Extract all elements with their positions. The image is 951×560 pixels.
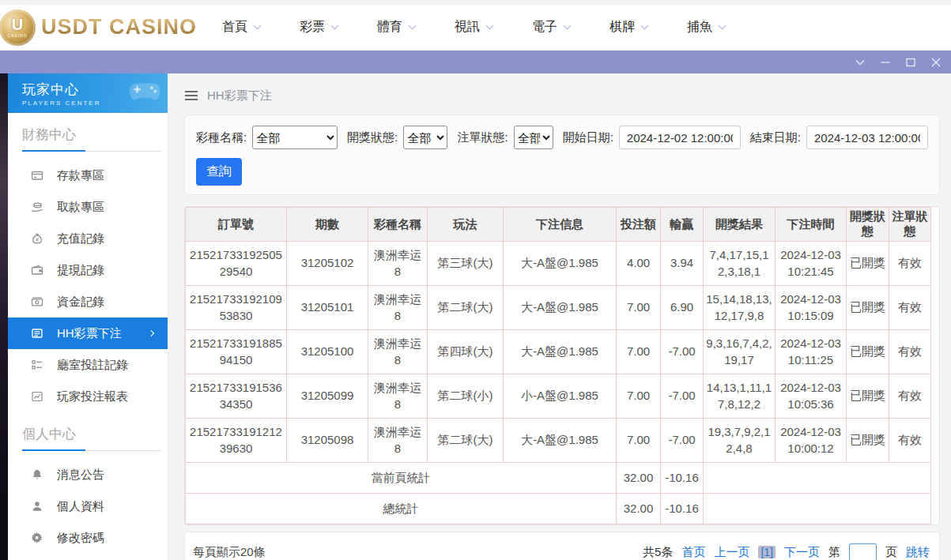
table-cell: -7.00 <box>661 330 704 374</box>
coin-logo-icon: U CASINO <box>0 9 36 46</box>
current-page[interactable]: [1] <box>758 546 776 558</box>
table-cell: 31205102 <box>287 242 368 286</box>
table-cell: 澳洲幸运8 <box>368 286 428 330</box>
window-close-icon[interactable] <box>929 55 943 70</box>
chevron-down-icon <box>719 22 726 30</box>
window-titlebar <box>0 51 951 73</box>
nav-item-lottery[interactable]: 彩票 <box>300 19 338 36</box>
nav-item-label: 彩票 <box>300 19 325 36</box>
sidebar-item-player-bet-report[interactable]: 玩家投注報表 <box>8 381 168 412</box>
lottery-name-select[interactable]: 全部 <box>252 126 338 149</box>
sidebar-item-deposit-zone[interactable]: 存款專區 <box>8 160 168 191</box>
nav-item-home[interactable]: 首頁 <box>222 19 260 36</box>
page-size-text: 每頁顯示20條 <box>193 545 266 560</box>
table-cell: 已開獎 <box>847 286 889 330</box>
chevron-down-icon <box>486 22 494 30</box>
sidebar-item-fund-records[interactable]: 資金記錄 <box>8 286 168 318</box>
sidebar-item-label: 消息公告 <box>57 468 104 483</box>
table-cell: 有效 <box>889 419 931 463</box>
app-window: U CASINO USDT CASINO 首頁彩票體育視訊電子棋牌捕魚 玩家中心… <box>0 0 951 560</box>
column-header: 訂單號 <box>186 208 287 242</box>
table-row: 215217331925052954031205102澳洲幸运8第三球(大)大-… <box>186 242 931 286</box>
sidebar-subtitle: PLAYERS CENTER <box>22 100 100 107</box>
order-status-select[interactable]: 全部 <box>514 126 553 149</box>
column-header: 彩種名稱 <box>368 208 428 242</box>
table-cell: 7.00 <box>617 419 661 463</box>
main-panel: HH彩票下注 彩種名稱: 全部 開獎狀態: 全部 注單狀態: 全部 <box>168 73 951 560</box>
start-date-input[interactable] <box>619 126 741 149</box>
sidebar: 玩家中心 PLAYERS CENTER 財務中心存款專區取款專區¥充值記錄提現記… <box>8 73 168 560</box>
prev-page-link[interactable]: 上一页 <box>714 545 749 560</box>
sidebar-item-announcements[interactable]: 消息公告 <box>8 459 168 490</box>
main-nav: 首頁彩票體育視訊電子棋牌捕魚 <box>222 19 725 36</box>
search-button[interactable]: 查詢 <box>196 158 242 186</box>
table-cell: 7,4,17,15,12,3,18,1 <box>704 242 776 286</box>
bets-table-panel: 訂單號期數彩種名稱玩法下注信息投注額輸贏開獎結果下注時間開獎狀態注單狀態 215… <box>184 206 940 525</box>
summary-bet: 32.00 <box>617 494 661 524</box>
table-cell: 大-A盤@1.985 <box>504 419 617 463</box>
table-cell: 31205098 <box>287 419 368 463</box>
table-cell: 2024-12-03 10:15:09 <box>776 286 847 330</box>
nav-item-fishing[interactable]: 捕魚 <box>687 19 725 36</box>
user-icon <box>31 500 43 513</box>
site-logo[interactable]: U CASINO USDT CASINO <box>2 9 197 46</box>
column-header: 輸贏 <box>661 208 704 242</box>
table-cell: 7.00 <box>617 286 661 330</box>
jump-button[interactable]: 跳转 <box>906 545 930 560</box>
end-date-input[interactable] <box>806 126 928 149</box>
table-cell: 澳洲幸运8 <box>368 374 428 419</box>
sidebar-item-withdraw-zone[interactable]: 取款專區 <box>8 191 168 223</box>
nav-item-sports[interactable]: 體育 <box>377 19 415 36</box>
column-header: 下注信息 <box>504 208 617 242</box>
summary-label: 當前頁統計 <box>186 463 617 494</box>
sidebar-item-label: 資金記錄 <box>57 295 104 310</box>
top-navbar: U CASINO USDT CASINO 首頁彩票體育視訊電子棋牌捕魚 <box>0 5 951 51</box>
summary-winloss: -10.16 <box>661 494 704 524</box>
column-header: 玩法 <box>428 208 504 242</box>
table-cell: 已開獎 <box>847 330 889 374</box>
window-maximize-icon[interactable] <box>904 55 918 70</box>
coin-sub-text: CASINO <box>7 33 27 38</box>
draw-status-select[interactable]: 全部 <box>403 126 447 149</box>
table-cell: 19,3,7,9,2,12,4,8 <box>704 419 776 463</box>
table-cell: 已開獎 <box>847 242 889 286</box>
sidebar-item-hh-lottery-bets[interactable]: HH彩票下注 <box>8 318 168 349</box>
sidebar-item-recharge-records[interactable]: ¥充值記錄 <box>8 223 168 254</box>
column-header: 開獎結果 <box>704 208 776 242</box>
table-row: 215217331918859415031205100澳洲幸运8第四球(大)大-… <box>186 330 931 374</box>
logo-text: USDT CASINO <box>41 15 197 39</box>
sidebar-item-label: 廳室投註記錄 <box>57 358 128 373</box>
table-cell: -7.00 <box>661 419 704 463</box>
first-page-link[interactable]: 首页 <box>681 545 705 560</box>
nav-item-live-video[interactable]: 視訊 <box>455 19 492 36</box>
menu-icon[interactable] <box>184 90 198 101</box>
sidebar-item-withdrawal-records[interactable]: 提現記錄 <box>8 254 168 286</box>
table-cell: 第四球(大) <box>428 330 504 374</box>
table-cell: 6.90 <box>661 286 704 330</box>
table-cell: 2024-12-03 10:00:12 <box>776 419 847 463</box>
table-cell: 第二球(大) <box>428 286 504 330</box>
summary-row: 總統計32.00-10.16 <box>186 494 931 524</box>
section-underline <box>22 450 161 451</box>
content-area: 玩家中心 PLAYERS CENTER 財務中心存款專區取款專區¥充值記錄提現記… <box>0 73 951 560</box>
column-header: 投注額 <box>617 208 661 242</box>
table-cell: 7.00 <box>617 374 661 419</box>
nav-item-electronic[interactable]: 電子 <box>532 19 570 36</box>
window-minimize-icon[interactable] <box>878 55 893 70</box>
report-chart-icon <box>31 390 43 403</box>
end-date-label: 結束日期: <box>750 130 801 145</box>
window-chevron-down-icon[interactable] <box>853 55 867 70</box>
next-page-link[interactable]: 下一页 <box>784 545 820 560</box>
start-date-label: 開始日期: <box>563 130 613 145</box>
lottery-name-label: 彩種名稱: <box>196 130 247 145</box>
jump-page-input[interactable] <box>849 543 877 560</box>
table-cell: 有效 <box>889 286 931 330</box>
nav-item-board-games[interactable]: 棋牌 <box>609 19 647 36</box>
nav-item-label: 體育 <box>377 19 402 36</box>
table-cell: 大-A盤@1.985 <box>504 330 617 374</box>
sidebar-item-change-password[interactable]: 修改密碼 <box>8 522 168 554</box>
sidebar-item-room-bet-records[interactable]: 廳室投註記錄 <box>8 349 168 381</box>
sidebar-item-profile[interactable]: 個人資料 <box>8 490 168 522</box>
table-row: 215217331912123963031205098澳洲幸运8第二球(大)大-… <box>186 419 931 463</box>
gamepad-icon <box>128 81 161 106</box>
